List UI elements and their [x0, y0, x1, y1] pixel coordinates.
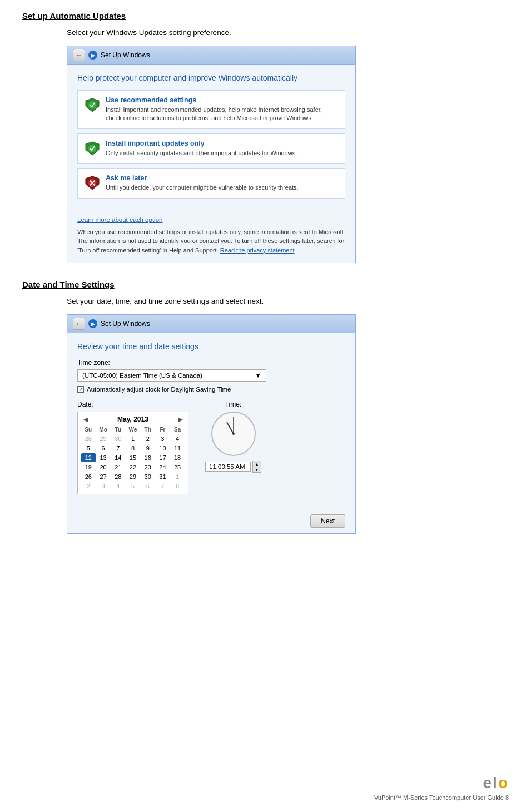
dt-row: Date: ◀ May, 2013 ▶ SuMoTuWeThFrSa282930…	[77, 400, 345, 494]
cal-day[interactable]: 19	[81, 463, 96, 472]
section1-heading: Set up Automatic Updates	[22, 11, 509, 21]
win-title-icon: ▶	[88, 51, 97, 60]
time-input-row: 11:00:55 AM ▲ ▼	[205, 461, 261, 473]
clock-face	[211, 412, 256, 456]
cal-day-header: Su	[81, 425, 96, 434]
option-title-2: Install important updates only	[106, 140, 297, 147]
cal-day[interactable]: 5	[126, 482, 140, 491]
section1-intro: Select your Windows Updates setting pref…	[67, 28, 509, 37]
time-spin-down-btn[interactable]: ▼	[253, 467, 261, 472]
cal-day[interactable]: 7	[111, 444, 125, 453]
dst-checkbox-row[interactable]: ✓ Automatically adjust clock for Dayligh…	[77, 386, 345, 393]
cal-day[interactable]: 9	[141, 444, 155, 453]
win-title-text-2: Set Up Windows	[101, 320, 150, 328]
elo-l: l	[493, 774, 498, 791]
timezone-select[interactable]: (UTC-05:00) Eastern Time (US & Canada) ▼	[77, 369, 266, 382]
footer-text-span: When you use recommended settings or ins…	[77, 229, 345, 254]
win-title-text: Set Up Windows	[101, 51, 150, 59]
time-spinner: ▲ ▼	[252, 461, 261, 473]
dt-date-section: Date: ◀ May, 2013 ▶ SuMoTuWeThFrSa282930…	[77, 400, 188, 494]
win-back-btn-2[interactable]: ←	[73, 318, 85, 330]
cal-day-header: We	[126, 425, 140, 434]
cal-day[interactable]: 20	[96, 463, 111, 472]
timezone-value: (UTC-05:00) Eastern Time (US & Canada)	[82, 372, 202, 379]
next-button[interactable]: Next	[310, 514, 345, 528]
cal-day[interactable]: 14	[111, 453, 125, 462]
cal-day[interactable]: 8	[126, 444, 140, 453]
section2-heading: Date and Time Settings	[22, 280, 509, 289]
cal-day[interactable]: 25	[170, 463, 185, 472]
cal-day[interactable]: 13	[96, 453, 111, 462]
option-title-3: Ask me later	[106, 174, 299, 182]
cal-day[interactable]: 3	[156, 434, 170, 443]
cal-day[interactable]: 24	[156, 463, 170, 472]
cal-day[interactable]: 23	[141, 463, 155, 472]
cal-day[interactable]: 16	[141, 453, 155, 462]
cal-day[interactable]: 10	[156, 444, 170, 453]
cal-day[interactable]: 17	[156, 453, 170, 462]
cal-day[interactable]: 3	[96, 482, 111, 491]
cal-day[interactable]: 11	[170, 444, 185, 453]
win-body-1: Help protect your computer and improve W…	[67, 65, 355, 212]
cal-day[interactable]: 15	[126, 453, 140, 462]
cal-prev-btn[interactable]: ◀	[83, 416, 88, 423]
cal-day[interactable]: 29	[96, 434, 111, 443]
cal-day[interactable]: 26	[81, 472, 96, 481]
cal-day[interactable]: 30	[141, 472, 155, 481]
win-title-icon-2: ▶	[88, 319, 97, 328]
section2-intro: Set your date, time, and time zone setti…	[67, 297, 509, 305]
option-desc-2: Only install security updates and other …	[106, 149, 297, 157]
option-text-1: Use recommended settings Install importa…	[106, 96, 338, 123]
cal-day-header: Tu	[111, 425, 125, 434]
shield-green-icon-2	[85, 141, 100, 156]
cal-day[interactable]: 21	[111, 463, 125, 472]
dt-body: Review your time and date settings Time …	[67, 333, 355, 509]
cal-day[interactable]: 1	[126, 434, 140, 443]
shield-red-icon	[85, 175, 100, 191]
cal-day[interactable]: 12	[81, 453, 96, 462]
time-input-box[interactable]: 11:00:55 AM	[205, 462, 251, 472]
cal-day-header: Mo	[96, 425, 111, 434]
option-desc-3: Until you decide, your computer might be…	[106, 184, 299, 192]
win-titlebar-1: ← ▶ Set Up Windows	[67, 46, 355, 65]
win-back-btn[interactable]: ←	[73, 49, 85, 61]
cal-day-header: Fr	[156, 425, 170, 434]
cal-day[interactable]: 4	[170, 434, 185, 443]
cal-day[interactable]: 29	[126, 472, 140, 481]
cal-day[interactable]: 5	[81, 444, 96, 453]
cal-day[interactable]: 27	[96, 472, 111, 481]
cal-day[interactable]: 7	[156, 482, 170, 491]
cal-day[interactable]: 22	[126, 463, 140, 472]
option-row-3[interactable]: Ask me later Until you decide, your comp…	[77, 168, 345, 198]
cal-day[interactable]: 2	[81, 482, 96, 491]
elo-e: e	[483, 774, 493, 791]
brand-footer: elo VuPoint™ M-Series Touchcomputer User…	[374, 774, 509, 801]
privacy-link[interactable]: Read the privacy statement	[220, 247, 295, 254]
option-text-2: Install important updates only Only inst…	[106, 140, 297, 157]
dst-checkbox[interactable]: ✓	[77, 386, 84, 393]
time-spin-up-btn[interactable]: ▲	[253, 461, 261, 467]
cal-day[interactable]: 18	[170, 453, 185, 462]
dt-time-section: Time: 11:00:55 AM ▲ ▼	[205, 400, 261, 494]
option-row-1[interactable]: Use recommended settings Install importa…	[77, 90, 345, 129]
cal-day[interactable]: 6	[96, 444, 111, 453]
time-label: Time:	[225, 400, 242, 408]
cal-day[interactable]: 4	[111, 482, 125, 491]
cal-day[interactable]: 2	[141, 434, 155, 443]
section1: Set up Automatic Updates Select your Win…	[22, 11, 509, 263]
cal-day[interactable]: 6	[141, 482, 155, 491]
cal-day[interactable]: 1	[170, 472, 185, 481]
dt-footer: Next	[67, 509, 355, 533]
cal-day[interactable]: 30	[111, 434, 125, 443]
win-dialog-2: ← ▶ Set Up Windows Review your time and …	[67, 314, 356, 534]
cal-day[interactable]: 28	[81, 434, 96, 443]
win-main-title-1: Help protect your computer and improve W…	[77, 73, 345, 82]
cal-day[interactable]: 8	[170, 482, 185, 491]
learn-more-link[interactable]: Learn more about each option	[77, 216, 345, 223]
win-titlebar-2: ← ▶ Set Up Windows	[67, 315, 355, 333]
option-row-2[interactable]: Install important updates only Only inst…	[77, 133, 345, 164]
cal-next-btn[interactable]: ▶	[178, 416, 182, 423]
win-dialog-1: ← ▶ Set Up Windows Help protect your com…	[67, 46, 356, 263]
cal-day[interactable]: 31	[156, 472, 170, 481]
cal-day[interactable]: 28	[111, 472, 125, 481]
